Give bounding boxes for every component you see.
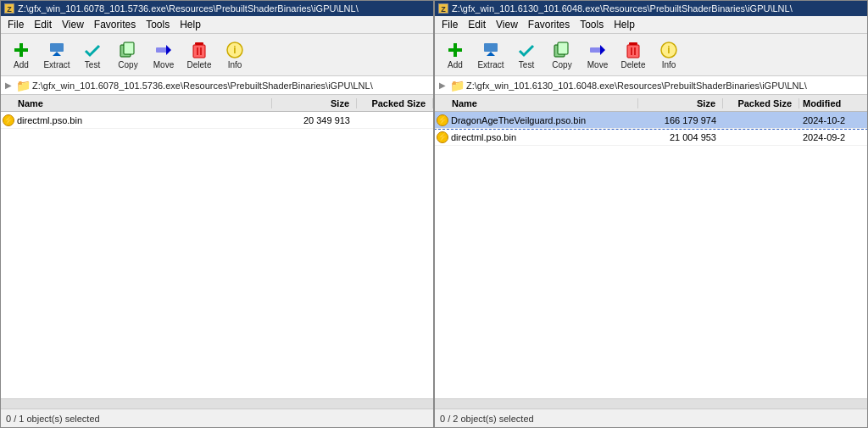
right-file-name-text-0: DragonAgeTheVeilguard.pso.bin	[451, 115, 586, 125]
right-address-bar: ▶ 📁 Z:\gfx_win_101.6130_101.6048.exe\Res…	[435, 76, 867, 95]
left-title-icon: Z	[4, 3, 14, 14]
right-col-name[interactable]: Name	[435, 98, 638, 108]
right-col-modified[interactable]: Modified	[799, 98, 867, 108]
right-title-text: Z:\gfx_win_101.6130_101.6048.exe\Resourc…	[452, 3, 793, 14]
right-panel: Z Z:\gfx_win_101.6130_101.6048.exe\Resou…	[434, 0, 868, 428]
right-menu-view[interactable]: View	[491, 17, 523, 32]
right-status-text: 0 / 2 object(s) selected	[440, 414, 534, 424]
svg-marker-17	[487, 52, 495, 56]
table-row[interactable]: ⚡ directml.pso.bin 21 004 953 2024-09-2	[435, 129, 867, 146]
right-info-button[interactable]: i Info	[652, 36, 686, 74]
right-toolbar: Add Extract Test Copy Move Delete i Info	[435, 34, 867, 76]
right-file-size-0: 166 179 974	[638, 115, 723, 125]
right-file-list: ⚡ DragonAgeTheVeilguard.pso.bin 166 179 …	[435, 112, 867, 398]
left-file-list: ⚡ directml.pso.bin 20 349 913	[1, 112, 433, 398]
right-file-name-text-1: directml.pso.bin	[451, 132, 516, 142]
right-file-name-cell-0: ⚡ DragonAgeTheVeilguard.pso.bin	[435, 114, 638, 126]
right-scrollbar-h[interactable]	[435, 398, 867, 409]
left-col-size[interactable]: Size	[272, 98, 357, 108]
file-icon: ⚡	[437, 114, 448, 126]
right-col-packed[interactable]: Packed Size	[723, 98, 799, 108]
left-file-name-text: directml.pso.bin	[17, 115, 82, 125]
svg-marker-21	[600, 45, 605, 55]
right-menu-help[interactable]: Help	[609, 17, 640, 32]
left-status-bar: 0 / 1 object(s) selected	[1, 409, 433, 427]
right-status-bar: 0 / 2 object(s) selected	[435, 409, 867, 427]
svg-rect-6	[156, 47, 168, 53]
left-menu-edit[interactable]: Edit	[29, 17, 57, 32]
right-menu-bar: File Edit View Favorites Tools Help	[435, 16, 867, 34]
svg-rect-16	[484, 43, 498, 52]
left-status-text: 0 / 1 object(s) selected	[6, 414, 100, 424]
left-add-button[interactable]: Add	[4, 36, 38, 74]
right-extract-button[interactable]: Extract	[474, 36, 508, 74]
svg-marker-7	[166, 45, 171, 55]
right-file-size-1: 21 004 953	[638, 132, 723, 142]
left-menu-file[interactable]: File	[3, 17, 29, 32]
svg-rect-23	[627, 45, 639, 58]
svg-marker-3	[53, 52, 61, 56]
table-row[interactable]: ⚡ directml.pso.bin 20 349 913	[1, 112, 433, 129]
right-file-list-header: Name Size Packed Size Modified	[435, 95, 867, 112]
svg-text:i: i	[667, 44, 670, 56]
right-menu-favorites[interactable]: Favorites	[523, 17, 575, 32]
right-file-modified-0: 2024-10-2	[799, 115, 867, 125]
right-title-bar: Z Z:\gfx_win_101.6130_101.6048.exe\Resou…	[435, 1, 867, 16]
left-folder-icon: 📁	[16, 79, 31, 92]
left-col-name[interactable]: Name	[1, 98, 272, 108]
right-folder-icon: 📁	[450, 79, 465, 92]
right-menu-file[interactable]: File	[437, 17, 463, 32]
left-address-bar: ▶ 📁 Z:\gfx_win_101.6078_101.5736.exe\Res…	[1, 76, 433, 95]
left-address-text[interactable]: Z:\gfx_win_101.6078_101.5736.exe\Resourc…	[32, 81, 431, 91]
right-add-button[interactable]: Add	[438, 36, 472, 74]
svg-text:i: i	[233, 44, 236, 56]
svg-rect-1	[14, 48, 28, 52]
left-title-text: Z:\gfx_win_101.6078_101.5736.exe\Resourc…	[18, 3, 359, 14]
right-file-modified-1: 2024-09-2	[799, 132, 867, 142]
right-copy-button[interactable]: Copy	[545, 36, 579, 74]
left-address-arrow[interactable]: ▶	[3, 81, 14, 90]
left-delete-button[interactable]: Delete	[182, 36, 216, 74]
left-menu-bar: File Edit View Favorites Tools Help	[1, 16, 433, 34]
left-copy-button[interactable]: Copy	[111, 36, 145, 74]
left-file-list-header: Name Size Packed Size	[1, 95, 433, 112]
left-menu-help[interactable]: Help	[175, 17, 206, 32]
right-address-arrow[interactable]: ▶	[437, 81, 448, 90]
file-icon: ⚡	[437, 131, 448, 143]
svg-rect-19	[558, 42, 568, 54]
file-icon: ⚡	[3, 114, 14, 126]
svg-rect-5	[124, 42, 134, 54]
table-row[interactable]: ⚡ DragonAgeTheVeilguard.pso.bin 166 179 …	[435, 112, 867, 129]
left-toolbar: Add Extract Test Copy Move Delete i Info	[1, 34, 433, 76]
svg-rect-9	[193, 45, 205, 58]
left-col-packed[interactable]: Packed Size	[357, 98, 433, 108]
right-move-button[interactable]: Move	[581, 36, 615, 74]
left-info-button[interactable]: i Info	[218, 36, 252, 74]
left-menu-view[interactable]: View	[57, 17, 89, 32]
left-move-button[interactable]: Move	[147, 36, 181, 74]
left-title-bar: Z Z:\gfx_win_101.6078_101.5736.exe\Resou…	[1, 1, 433, 16]
right-col-size[interactable]: Size	[638, 98, 723, 108]
right-menu-tools[interactable]: Tools	[575, 17, 609, 32]
right-delete-button[interactable]: Delete	[616, 36, 650, 74]
svg-rect-2	[50, 43, 64, 52]
left-extract-button[interactable]: Extract	[40, 36, 74, 74]
right-test-button[interactable]: Test	[509, 36, 543, 74]
left-test-button[interactable]: Test	[75, 36, 109, 74]
left-menu-tools[interactable]: Tools	[141, 17, 175, 32]
svg-rect-15	[448, 48, 462, 52]
svg-rect-20	[590, 47, 602, 53]
right-address-text[interactable]: Z:\gfx_win_101.6130_101.6048.exe\Resourc…	[466, 81, 865, 91]
left-panel: Z Z:\gfx_win_101.6078_101.5736.exe\Resou…	[0, 0, 434, 428]
left-file-name-cell: ⚡ directml.pso.bin	[1, 114, 272, 126]
left-scrollbar-h[interactable]	[1, 398, 433, 409]
right-title-icon: Z	[438, 3, 448, 14]
right-menu-edit[interactable]: Edit	[463, 17, 491, 32]
left-file-size: 20 349 913	[272, 115, 357, 125]
left-menu-favorites[interactable]: Favorites	[89, 17, 141, 32]
right-file-name-cell-1: ⚡ directml.pso.bin	[435, 131, 638, 143]
